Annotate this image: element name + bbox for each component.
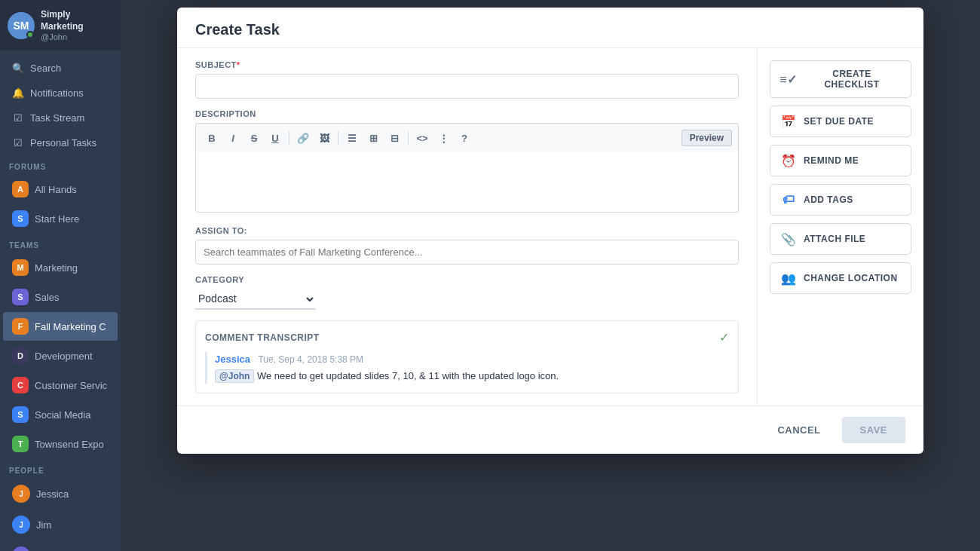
jessica-label: Jessica [36,488,69,500]
indent-button[interactable]: ⊞ [363,128,383,148]
image-button[interactable]: 🖼 [314,128,334,148]
sidebar-item-start-here[interactable]: S Start Here [3,204,118,233]
sidebar-item-customer-service[interactable]: C Customer Servic [3,371,118,399]
comment-timestamp: Tue, Sep 4, 2018 5:38 PM [258,354,363,365]
create-task-modal: Create Task SUBJECT* DESCRIPTION B [177,8,923,454]
online-indicator [26,31,34,38]
italic-button[interactable]: I [223,128,243,148]
modal-overlay: Create Task SUBJECT* DESCRIPTION B [121,0,980,551]
avatar: SM [8,12,35,39]
check-icon: ☑ [12,112,24,124]
development-icon: D [12,347,29,364]
start-here-icon: S [12,210,29,227]
personal-tasks-label: Personal Tasks [30,137,96,148]
cancel-button[interactable]: CANCEL [765,418,832,442]
location-icon: 👥 [781,271,796,286]
check-mark-icon: ✓ [719,330,729,344]
toolbar-sep-3 [408,131,409,145]
comment-transcript: COMMENT TRANSCRIPT ✓ Jessica Tue, Sep 4,… [195,320,739,393]
david-avatar: D [12,546,30,551]
modal-right-panel: ≡✓ CREATE CHECKLIST 📅 SET DUE DATE ⏰ REM… [758,48,923,406]
forums-section-title: FORUMS [0,155,121,174]
link-button[interactable]: 🔗 [293,128,313,148]
assign-input[interactable] [195,240,739,265]
marketing-icon: M [12,259,29,276]
sidebar-item-development[interactable]: D Development [3,341,118,370]
comment-header: COMMENT TRANSCRIPT ✓ [205,330,729,344]
create-checklist-label: CREATE CHECKLIST [804,69,900,90]
bold-button[interactable]: B [202,128,222,148]
change-location-button[interactable]: 👥 CHANGE LOCATION [770,262,911,294]
townsend-expo-icon: T [12,436,29,452]
comment-meta: Jessica Tue, Sep 4, 2018 5:38 PM [215,352,729,366]
sidebar-item-social-media[interactable]: S Social Media [3,400,118,429]
sidebar-item-fall-marketing[interactable]: F Fall Marketing C [3,312,118,341]
social-media-icon: S [12,406,29,423]
bell-icon: 🔔 [12,87,24,99]
attach-file-button[interactable]: 📎 ATTACH FILE [770,223,911,255]
more-button[interactable]: ⋮ [433,128,453,148]
task-stream-label: Task Stream [30,112,84,124]
sidebar-item-david[interactable]: D David [3,540,118,551]
sidebar-header-info: Simply Marketing @John [41,9,113,41]
toolbar-sep-2 [338,131,338,145]
sidebar-item-search[interactable]: 🔍 Search [3,56,118,80]
tags-icon: 🏷 [781,192,796,207]
sidebar-item-marketing[interactable]: M Marketing [3,253,118,282]
modal-title: Create Task [195,21,280,38]
list-button[interactable]: ☰ [342,128,362,148]
sidebar-header: SM Simply Marketing @John [0,0,121,51]
save-button[interactable]: SAVE [842,417,905,443]
help-button[interactable]: ? [455,128,474,148]
sidebar-item-personal-tasks[interactable]: ☑ Personal Tasks [3,130,118,155]
attach-file-label: ATTACH FILE [804,234,865,244]
sidebar-item-task-stream[interactable]: ☑ Task Stream [3,106,118,130]
outdent-button[interactable]: ⊟ [384,128,404,148]
modal-footer: CANCEL SAVE [177,406,923,454]
social-media-label: Social Media [35,409,90,421]
preview-button[interactable]: Preview [681,130,732,146]
add-tags-button[interactable]: 🏷 ADD TAGS [770,184,911,216]
customer-service-icon: C [12,377,29,393]
start-here-label: Start Here [35,213,79,225]
modal-header: Create Task [177,8,923,48]
add-tags-label: ADD TAGS [804,194,853,205]
sidebar-item-notifications[interactable]: 🔔 Notifications [3,81,118,105]
modal-body: SUBJECT* DESCRIPTION B I S U 🔗 [177,48,923,406]
teams-section-title: TEAMS [0,234,121,253]
sidebar-item-sales[interactable]: S Sales [3,283,118,311]
modal-left-panel: SUBJECT* DESCRIPTION B I S U 🔗 [177,48,758,406]
description-textarea[interactable] [195,152,739,213]
create-checklist-button[interactable]: ≡✓ CREATE CHECKLIST [770,60,911,98]
check-icon-2: ☑ [12,136,24,148]
app-name: Simply Marketing [41,9,113,32]
fall-marketing-icon: F [12,318,29,335]
strikethrough-button[interactable]: S [244,128,264,148]
underline-button[interactable]: U [265,128,285,148]
people-section-title: PEOPLE [0,459,121,478]
comment-author[interactable]: Jessica [215,354,250,365]
sidebar-item-townsend-expo[interactable]: T Townsend Expo [3,430,118,458]
sidebar-nav: 🔍 Search 🔔 Notifications ☑ Task Stream ☑… [0,51,121,551]
set-due-date-button[interactable]: 📅 SET DUE DATE [770,106,911,137]
jim-label: Jim [36,519,51,531]
category-select[interactable]: Podcast [195,289,316,310]
remind-me-button[interactable]: ⏰ REMIND ME [770,145,911,176]
sidebar-item-all-hands[interactable]: A All Hands [3,175,118,204]
paperclip-icon: 📎 [781,231,796,246]
assign-label: ASSIGN TO: [195,226,739,235]
customer-service-label: Customer Servic [35,380,107,391]
subject-input[interactable] [195,74,739,99]
calendar-icon: 📅 [781,114,796,129]
change-location-label: CHANGE LOCATION [804,273,898,283]
search-label: Search [30,63,61,74]
comment-item: Jessica Tue, Sep 4, 2018 5:38 PM @John W… [205,352,729,384]
main-area: Create Task SUBJECT* DESCRIPTION B [121,0,980,551]
marketing-label: Marketing [35,262,78,274]
sidebar-item-jim[interactable]: J Jim [3,510,118,540]
townsend-expo-label: Townsend Expo [35,439,104,450]
sidebar-item-jessica[interactable]: J Jessica [3,479,118,509]
comment-section-label: COMMENT TRANSCRIPT [205,332,320,343]
description-label: DESCRIPTION [195,109,739,118]
code-button[interactable]: <> [412,128,432,148]
